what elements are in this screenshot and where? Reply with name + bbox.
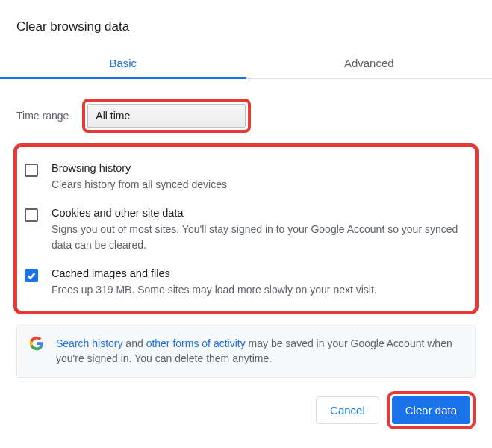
- info-text: Search history and other forms of activi…: [56, 336, 463, 367]
- highlight-options: Browsing history Clears history from all…: [13, 143, 479, 314]
- info-sep: and: [122, 337, 146, 349]
- tab-advanced[interactable]: Advanced: [246, 48, 493, 78]
- google-account-info: Search history and other forms of activi…: [16, 325, 476, 378]
- time-range-select[interactable]: All time: [87, 104, 246, 128]
- option-desc: Frees up 319 MB. Some sites may load mor…: [52, 282, 464, 297]
- option-title: Cached images and files: [52, 267, 464, 279]
- option-title: Cookies and other site data: [52, 207, 464, 219]
- dialog-actions: Cancel Clear data: [16, 391, 476, 440]
- option-texts: Cookies and other site data Signs you ou…: [52, 207, 464, 252]
- clear-browsing-data-dialog: Clear browsing data Basic Advanced Time …: [0, 0, 492, 440]
- checkbox-cached[interactable]: [25, 269, 38, 282]
- tabs: Basic Advanced: [0, 48, 492, 79]
- link-other-activity[interactable]: other forms of activity: [146, 337, 246, 349]
- checkbox-browsing-history[interactable]: [25, 164, 38, 177]
- option-browsing-history: Browsing history Clears history from all…: [20, 155, 469, 199]
- link-search-history[interactable]: Search history: [56, 337, 122, 349]
- checkbox-cookies[interactable]: [25, 208, 38, 222]
- option-cookies: Cookies and other site data Signs you ou…: [20, 199, 469, 260]
- check-icon: [26, 270, 37, 281]
- dialog-title: Clear browsing data: [16, 19, 476, 34]
- option-desc: Clears history from all synced devices: [52, 177, 464, 192]
- time-range-row: Time range All time ▼: [16, 99, 476, 133]
- time-range-label: Time range: [16, 110, 69, 122]
- option-texts: Cached images and files Frees up 319 MB.…: [52, 267, 464, 297]
- google-icon: [29, 336, 44, 351]
- option-texts: Browsing history Clears history from all…: [52, 162, 464, 192]
- cancel-button[interactable]: Cancel: [316, 396, 379, 424]
- option-cached: Cached images and files Frees up 319 MB.…: [20, 260, 469, 305]
- clear-data-button[interactable]: Clear data: [392, 396, 470, 424]
- option-title: Browsing history: [52, 162, 464, 174]
- highlight-time-range: All time ▼: [82, 99, 251, 133]
- tab-basic[interactable]: Basic: [0, 48, 246, 78]
- highlight-clear-data: Clear data: [387, 391, 476, 429]
- option-desc: Signs you out of most sites. You'll stay…: [52, 222, 464, 252]
